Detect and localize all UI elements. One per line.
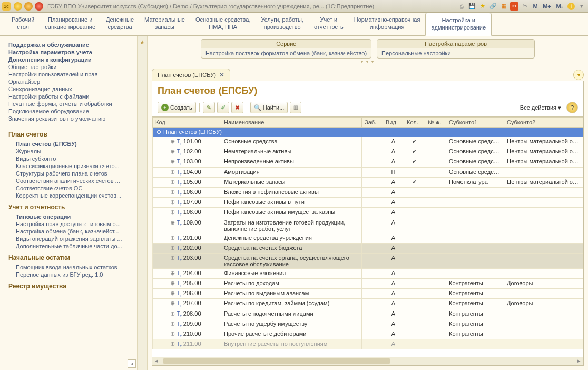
calendar-icon[interactable]: 31 [510,2,518,11]
create-button[interactable]: +Создать [158,102,196,113]
sidebar-item[interactable]: Поддержка и обслуживание [8,41,133,48]
table-header-row[interactable]: ⊖ План счетов (ЕПСБУ) [153,128,583,137]
sidebar-item[interactable]: Типовые операции [8,213,133,220]
sidebar-item[interactable]: Дополнительные табличные части до... [8,242,133,250]
clear-find-button[interactable]: 🔍⃠ [290,102,301,113]
window-maximize-icon[interactable] [24,2,33,11]
sidebar-collapse-button[interactable]: ◂ [128,359,136,368]
star-icon[interactable]: ★ [140,39,145,45]
sidebar-item[interactable]: Дополнения к конфигурации [8,56,133,63]
sidebar-item[interactable]: Корректные корреспонденции счетов... [8,192,133,199]
table-row[interactable]: ⊕ Tт 206.00Расчеты по выданным авансамАК… [153,289,583,299]
sidebar-item[interactable]: Настройка параметров учета [8,48,133,56]
favorite-icon[interactable]: ★ [478,2,487,11]
grip-icon[interactable]: ▾ ▾ ▾ [148,60,588,64]
column-header[interactable]: № ж. [425,118,446,128]
window-minimize-icon[interactable] [14,2,22,11]
save-icon[interactable]: 💾 [468,2,476,11]
sidebar-item[interactable]: Виды субконто [8,155,133,162]
find-button[interactable]: 🔍Найти... [250,102,288,113]
table-row[interactable]: ⊕ Tт 209.00Расчеты по ущербу имуществуАК… [153,319,583,329]
m-plus-button[interactable]: M+ [542,2,552,11]
close-tab-icon[interactable]: ✕ [219,71,224,79]
window-close-icon[interactable] [35,2,43,11]
column-header[interactable]: Субконто2 [504,118,583,128]
expand-section-button[interactable]: ▾ [573,70,584,80]
table-row[interactable]: ⊕ Tт 203.00Средства на счетах органа, ос… [153,253,583,268]
sidebar-item[interactable]: Настройки пользователей и прав [8,71,133,78]
table-row[interactable]: ⊕ Tт 202.00Средства на счетах бюджетаА [153,243,583,253]
table-row[interactable]: ⊕ Tт 105.00Материальные запасыА✔Номенкла… [153,177,583,187]
delete-button[interactable]: ✖ [231,102,243,113]
table-row[interactable]: ⊕ Tт 109.00Затраты на изготовление готов… [153,218,583,233]
sidebar-item[interactable]: Соответствие счетов ОС [8,184,133,192]
table-row[interactable]: ⊕ Tт 102.00Нематериальные активыА✔Основн… [153,147,583,157]
table-row[interactable]: ⊕ Tт 103.00Непроизведенные активыА✔Основ… [153,157,583,167]
table-row[interactable]: ⊕ Tт 107.00Нефинансовые активы в путиА [153,198,583,208]
help-button[interactable]: ? [566,102,578,113]
sidebar-item[interactable]: Настройка обмена (банк, казначейст... [8,228,133,235]
table-row[interactable]: ⊕ Tт 211.00Внутренние расчеты по поступл… [153,339,583,349]
nav-tab[interactable]: Настройка иадминистрирование [425,13,492,36]
horizontal-scrollbar[interactable]: ◂ ▸ [152,357,583,365]
column-header[interactable]: Наименование [221,118,362,128]
column-header[interactable]: Кол. [404,118,425,128]
attach-icon[interactable]: ✂ [521,2,529,11]
print-icon[interactable]: ⎙ [457,2,466,11]
table-row[interactable]: ⊕ Tт 210.00Прочие расчеты с дебиторамиАК… [153,329,583,339]
nav-tab[interactable]: Рабочийстол [6,13,40,35]
sidebar-item[interactable]: Синхронизация данных [8,85,133,93]
table-row[interactable]: ⊕ Tт 108.00Нефинансовые активы имущества… [153,208,583,218]
copy-button[interactable]: ✎ [203,102,215,113]
sidebar-item[interactable]: Виды операций отражения зарплаты ... [8,235,133,242]
service-link[interactable]: Настройка поставок форматов обмена (банк… [201,48,371,58]
nav-tab[interactable]: Учет иотчетность [309,13,349,35]
accounts-grid[interactable]: КодНаименованиеЗаб.ВидКол.№ ж.Субконто1С… [152,116,583,357]
column-header[interactable]: Код [153,118,221,128]
scroll-left-icon[interactable]: ◂ [152,357,161,365]
sidebar-item[interactable]: Настройка прав доступа к типовым о... [8,220,133,228]
table-row[interactable]: ⊕ Tт 106.00Вложения в нефинансовые актив… [153,187,583,197]
sidebar-item[interactable]: Соответствия аналитических счетов ... [8,177,133,184]
sidebar-item[interactable]: Значения реквизитов по умолчанию [8,115,133,122]
nav-tab[interactable]: Денежныесредства [101,13,139,35]
sidebar-item[interactable]: Подключаемое оборудование [8,108,133,115]
table-row[interactable]: ⊕ Tт 207.00Расчеты по кредитам, займам (… [153,299,583,309]
tab-plan-schetov[interactable]: План счетов (ЕПСБУ) ✕ [152,69,230,81]
link-icon[interactable]: 🔗 [489,2,497,11]
sidebar-item[interactable]: Помощник ввода начальных остатков [8,264,133,271]
m-minus-button[interactable]: M- [554,2,565,11]
all-actions-button[interactable]: Все действия ▾ [517,102,564,113]
edit-button[interactable]: ✐ [217,102,229,113]
calculator-icon[interactable]: ▦ [499,2,508,11]
chevron-down-icon: ▾ [558,104,561,111]
dropdown-icon[interactable]: ▾ [577,2,586,11]
nav-tab[interactable]: Материальныезапасы [139,13,190,35]
sidebar-item[interactable]: План счетов (ЕПСБУ) [8,140,133,148]
nav-tab[interactable]: Нормативно-справочнаяинформация [349,13,426,35]
sidebar-item[interactable]: Органайзер [8,78,133,85]
m-button[interactable]: M [531,2,540,11]
table-row[interactable]: ⊕ Tт 205.00Расчеты по доходамАКонтрагент… [153,279,583,289]
column-header[interactable]: Субконто1 [446,118,504,128]
table-row[interactable]: ⊕ Tт 104.00АмортизацияПОсновные средства [153,167,583,177]
nav-tab[interactable]: Планирование исанкционирование [40,13,101,35]
table-row[interactable]: ⊕ Tт 201.00Денежные средства учрежденияА [153,233,583,243]
scroll-right-icon[interactable]: ▸ [575,357,583,365]
sidebar-item[interactable]: Печатные формы, отчеты и обработки [8,100,133,108]
column-header[interactable]: Вид [383,118,404,128]
sidebar-item[interactable]: Классификационные признаки счето... [8,162,133,170]
nav-tab[interactable]: Услуги, работы,производство [256,13,309,35]
sidebar-item[interactable]: Общие настройки [8,63,133,71]
info-icon[interactable]: i [567,2,575,11]
sidebar-item[interactable]: Журналы [8,148,133,155]
table-row[interactable]: ⊕ Tт 204.00Финансовые вложенияА [153,268,583,278]
table-row[interactable]: ⊕ Tт 208.00Расчеты с подотчетными лицами… [153,309,583,319]
sidebar-item[interactable]: Перенос данных из БГУ ред. 1.0 [8,271,133,278]
table-row[interactable]: ⊕ Tт 101.00Основные средстваА✔Основные с… [153,137,583,147]
column-header[interactable]: Заб. [362,118,383,128]
nav-tab[interactable]: Основные средства,НМА, НПА [190,13,256,35]
service-link[interactable]: Персональные настройки [377,48,534,58]
sidebar-item[interactable]: Настройки работы с файлами [8,93,133,100]
sidebar-item[interactable]: Структуры рабочего плана счетов [8,170,133,177]
